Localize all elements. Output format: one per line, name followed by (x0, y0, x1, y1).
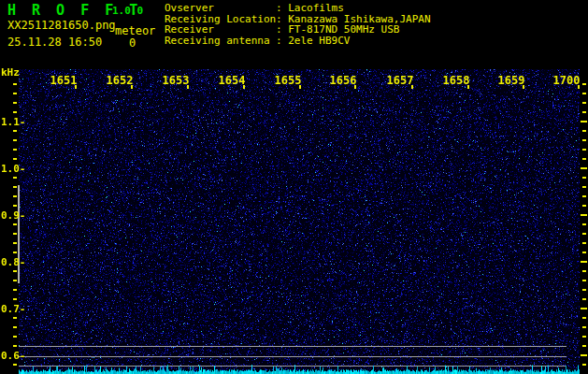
freq-minor-tick-left (13, 223, 17, 225)
capture-datetime: 25.11.28 16:50 (7, 36, 102, 49)
freq-minor-tick-left (13, 345, 17, 347)
freq-minor-tick-left (13, 93, 17, 94)
freq-range-marker (18, 185, 20, 283)
freq-minor-tick-right (582, 223, 586, 225)
time-label: 1700 (552, 74, 581, 87)
freq-minor-tick-right (582, 252, 586, 253)
station-label: Ovserver (165, 3, 276, 14)
freq-minor-tick-left (13, 252, 17, 253)
freq-minor-tick-left (13, 298, 17, 300)
freq-minor-tick-left (13, 111, 17, 113)
freq-major-tick-right (581, 167, 587, 169)
time-tick (299, 85, 301, 89)
hrofft-window: H R O F F T 1.0.0 XX2511281650.png meteo… (0, 0, 588, 374)
time-tick (411, 85, 413, 89)
freq-minor-tick-right (582, 289, 586, 291)
echo-count: 0 (129, 36, 136, 50)
freq-minor-tick-right (582, 298, 586, 300)
time-tick (354, 85, 356, 89)
noise-level-strip-canvas (19, 365, 580, 374)
freq-minor-tick-right (582, 102, 586, 104)
freq-minor-tick-right (582, 186, 586, 188)
time-label: 1659 (497, 74, 525, 87)
freq-minor-tick-left (13, 289, 17, 291)
app-version: 1.0.0 (112, 5, 143, 17)
freq-tick-label: 0.8- (1, 256, 26, 268)
station-row: Receiving antenna: 2ele HB9CV (165, 36, 431, 47)
freq-minor-tick-right (582, 233, 586, 235)
freq-minor-tick-left (13, 233, 17, 235)
freq-minor-tick-left (13, 102, 17, 104)
freq-minor-tick-right (582, 345, 586, 347)
freq-minor-tick-right (582, 364, 586, 366)
time-label: 1651 (50, 74, 78, 87)
freq-minor-tick-left (13, 186, 17, 188)
time-tick (131, 85, 133, 89)
freq-minor-tick-left (13, 317, 17, 319)
freq-minor-tick-right (582, 83, 586, 85)
freq-major-tick-right (581, 308, 587, 309)
time-tick (75, 85, 77, 89)
freq-minor-tick-left (13, 205, 17, 207)
station-value: 2ele HB9CV (288, 35, 350, 47)
freq-major-tick-right (581, 121, 587, 122)
freq-minor-tick-left (13, 280, 17, 281)
freq-minor-tick-right (582, 130, 586, 132)
freq-minor-tick-right (582, 317, 586, 319)
freq-minor-tick-left (13, 83, 17, 85)
freq-minor-tick-right (582, 336, 586, 338)
freq-tick-label: 1.1- (1, 116, 26, 128)
freq-minor-tick-right (582, 195, 586, 197)
capture-mode-label: meteor (115, 24, 155, 37)
freq-minor-tick-left (13, 242, 17, 244)
freq-minor-tick-right (582, 93, 586, 94)
freq-minor-tick-left (13, 130, 17, 132)
freq-minor-tick-right (582, 205, 586, 207)
freq-minor-tick-left (13, 149, 17, 151)
spectrogram-canvas (19, 69, 580, 374)
freq-minor-tick-left (13, 326, 17, 328)
freq-minor-tick-right (582, 280, 586, 281)
freq-minor-tick-right (582, 242, 586, 244)
horizontal-marker-line (19, 346, 566, 347)
time-tick (578, 85, 580, 89)
freq-tick-label: 1.0- (1, 163, 26, 175)
time-label: 1655 (274, 74, 302, 87)
freq-minor-tick-right (582, 177, 586, 179)
freq-minor-tick-right (582, 149, 586, 151)
freq-major-tick-right (581, 261, 587, 263)
freq-tick-label: 0.6- (1, 350, 26, 362)
station-colon: : (276, 35, 288, 47)
freq-minor-tick-right (582, 139, 586, 141)
freq-minor-tick-left (13, 139, 17, 141)
station-info: Ovserver: LacofilmsReceiving Location: K… (165, 3, 431, 46)
horizontal-marker-line (19, 356, 566, 357)
time-tick (523, 85, 524, 89)
freq-major-tick-right (581, 214, 587, 216)
freq-unit-label: kHz (1, 66, 20, 79)
freq-tick-label: 0.7- (1, 303, 26, 315)
freq-major-tick-right (581, 354, 587, 356)
time-tick (243, 85, 245, 89)
freq-minor-tick-left (13, 364, 17, 366)
station-label: Receiving antenna (165, 36, 276, 47)
time-label: 1658 (442, 74, 470, 87)
freq-minor-tick-left (13, 177, 17, 179)
freq-minor-tick-right (582, 326, 586, 328)
freq-minor-tick-right (582, 270, 586, 272)
freq-minor-tick-left (13, 195, 17, 197)
time-tick (187, 85, 189, 89)
freq-minor-tick-left (13, 158, 17, 160)
freq-minor-tick-left (13, 270, 17, 272)
freq-minor-tick-right (582, 158, 586, 160)
time-label: 1654 (218, 74, 246, 87)
time-label: 1657 (386, 74, 414, 87)
capture-filename: XX2511281650.png (7, 19, 116, 32)
time-label: 1653 (162, 74, 190, 87)
freq-tick-label: 0.9- (1, 209, 26, 222)
time-label: 1652 (106, 74, 134, 87)
freq-minor-tick-right (582, 111, 586, 113)
freq-minor-tick-left (13, 336, 17, 338)
time-label: 1656 (329, 74, 357, 87)
time-tick (467, 85, 469, 89)
